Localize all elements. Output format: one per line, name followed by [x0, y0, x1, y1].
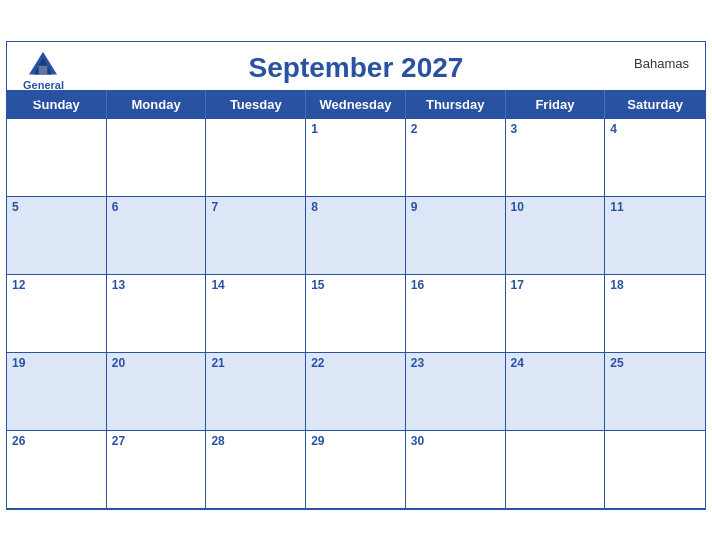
logo-icon	[25, 50, 61, 78]
table-row: 30	[406, 431, 506, 509]
table-row	[605, 431, 705, 509]
table-row: 22	[306, 353, 406, 431]
table-row: 14	[206, 275, 306, 353]
table-row: 18	[605, 275, 705, 353]
days-of-week-header: Sunday Monday Tuesday Wednesday Thursday…	[7, 90, 705, 119]
table-row: 29	[306, 431, 406, 509]
calendar-title: September 2027	[23, 52, 689, 84]
table-row: 25	[605, 353, 705, 431]
table-row: 23	[406, 353, 506, 431]
table-row: 19	[7, 353, 107, 431]
table-row: 9	[406, 197, 506, 275]
table-row: 15	[306, 275, 406, 353]
table-row: 26	[7, 431, 107, 509]
day-header-tuesday: Tuesday	[206, 90, 306, 119]
table-row: 24	[506, 353, 606, 431]
day-header-monday: Monday	[107, 90, 207, 119]
table-row: 10	[506, 197, 606, 275]
logo-general-text: General	[23, 79, 64, 91]
table-row: 16	[406, 275, 506, 353]
table-row: 1	[306, 119, 406, 197]
table-row: 12	[7, 275, 107, 353]
table-row: 20	[107, 353, 207, 431]
logo: General Blue	[23, 50, 64, 103]
day-header-wednesday: Wednesday	[306, 90, 406, 119]
table-row: 6	[107, 197, 207, 275]
table-row: 7	[206, 197, 306, 275]
svg-rect-2	[39, 65, 48, 74]
table-row: 13	[107, 275, 207, 353]
logo-blue-text: Blue	[32, 91, 56, 103]
table-row: 27	[107, 431, 207, 509]
day-header-saturday: Saturday	[605, 90, 705, 119]
day-header-friday: Friday	[506, 90, 606, 119]
table-row: 8	[306, 197, 406, 275]
table-row: 11	[605, 197, 705, 275]
table-row	[7, 119, 107, 197]
table-row: 2	[406, 119, 506, 197]
table-row: 21	[206, 353, 306, 431]
calendar-header: General Blue September 2027 Bahamas	[7, 42, 705, 90]
table-row	[107, 119, 207, 197]
calendar: General Blue September 2027 Bahamas Sund…	[6, 41, 706, 510]
country-label: Bahamas	[634, 56, 689, 71]
table-row: 28	[206, 431, 306, 509]
table-row	[206, 119, 306, 197]
table-row	[506, 431, 606, 509]
calendar-grid: 1 2 3 4 5 6 7 8 9 10 11 12 13 14 15 16 1…	[7, 119, 705, 509]
table-row: 3	[506, 119, 606, 197]
table-row: 5	[7, 197, 107, 275]
table-row: 4	[605, 119, 705, 197]
day-header-thursday: Thursday	[406, 90, 506, 119]
table-row: 17	[506, 275, 606, 353]
